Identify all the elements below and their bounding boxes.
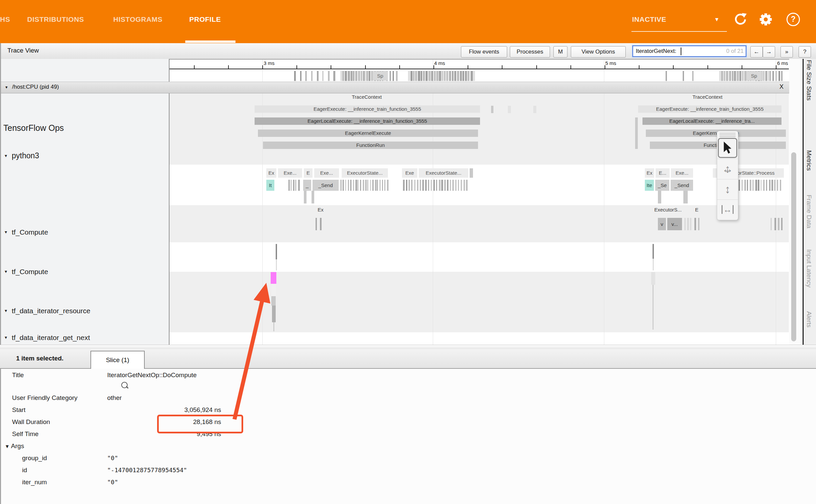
trace-tick-mark	[291, 180, 291, 191]
arg-value-id: "-1470012875778954554"	[107, 467, 187, 474]
trace-event[interactable]: v...	[667, 218, 682, 230]
track-label-tf-compute[interactable]: ▾tf_Compute	[5, 268, 48, 276]
trace-event[interactable]: Sp	[746, 71, 762, 80]
trace-event[interactable]: Exe...	[278, 168, 302, 178]
trace-tick-mark	[420, 180, 421, 191]
track-label-tf-compute[interactable]: ▾tf_Compute	[5, 228, 48, 236]
trace-event[interactable]	[272, 306, 276, 322]
track-label-tf-data-iterator-resource[interactable]: ▾tf_data_iterator_resource	[5, 307, 90, 315]
trace-tick-mark	[769, 71, 771, 81]
trace-event[interactable]	[470, 168, 473, 178]
trace-event[interactable]	[683, 191, 688, 203]
trace-event[interactable]: _Send	[671, 180, 693, 191]
trace-event[interactable]	[271, 284, 276, 296]
axis-tick	[502, 65, 502, 69]
tool-palette: ↔ ↕ ↕ ↔	[717, 131, 738, 220]
collapse-triangle-icon[interactable]: ▾	[5, 269, 7, 274]
trace-event[interactable]: E...	[656, 168, 670, 178]
trace-tick-mark	[755, 180, 757, 191]
trace-tick-mark	[385, 180, 386, 191]
trace-tick-mark	[425, 180, 427, 191]
trace-tick-mark	[348, 71, 350, 81]
trace-event[interactable]	[651, 272, 655, 285]
track-label-python3[interactable]: ▾python3	[5, 151, 39, 160]
panel-divider[interactable]	[0, 345, 816, 349]
trace-event[interactable]	[304, 191, 307, 203]
trace-event[interactable]: Ite	[645, 180, 654, 191]
trace-event[interactable]	[312, 191, 314, 203]
trace-tick-mark	[769, 180, 771, 191]
trace-tick-mark	[447, 71, 448, 81]
zoom-tool-button[interactable]: ↕	[717, 179, 738, 199]
trace-event[interactable]: Exe...	[671, 168, 693, 178]
trace-tick-mark	[781, 71, 783, 81]
sidebar-tab-file-size-stats[interactable]: File Size Stats	[805, 60, 813, 100]
trace-event[interactable]	[653, 259, 654, 270]
trace-event[interactable]: _	[303, 180, 311, 191]
timing-tool-button[interactable]: ↔	[717, 199, 738, 220]
trace-event[interactable]	[635, 117, 638, 149]
trace-tick-mark	[422, 180, 424, 191]
trace-event[interactable]: E	[304, 168, 313, 178]
trace-event[interactable]	[653, 285, 654, 330]
close-device-button[interactable]: X	[777, 83, 786, 90]
trace-event[interactable]	[658, 191, 661, 203]
trace-event[interactable]: Ex	[645, 168, 654, 178]
track-label-tf-data-iterator-get-next[interactable]: ▾tf_data_iterator_get_next	[5, 334, 90, 342]
collapse-triangle-icon[interactable]: ▾	[5, 335, 7, 340]
trace-event[interactable]: EagerKernelExecute	[258, 130, 478, 137]
trace-event[interactable]: EagerLocalExecute: __inference_tra...	[642, 117, 781, 125]
trace-event[interactable]	[533, 106, 536, 113]
trace-event[interactable]: _Se	[655, 180, 669, 191]
arg-label: group_id	[22, 454, 47, 462]
trace-event[interactable]: v	[658, 218, 666, 230]
collapse-triangle-icon[interactable]: ▾	[5, 85, 8, 90]
trace-event[interactable]	[271, 272, 276, 284]
device-header[interactable]: ▾ /host:CPU (pid 49) X	[0, 82, 789, 93]
trace-event[interactable]: _Send	[313, 180, 339, 191]
trace-tick-mark	[414, 180, 415, 191]
trace-tick-mark	[778, 218, 779, 230]
trace-tick-mark	[428, 180, 429, 191]
trace-event[interactable]	[273, 322, 274, 331]
trace-event[interactable]	[271, 296, 276, 306]
args-section[interactable]: ▼Args	[5, 442, 24, 450]
magnifier-icon[interactable]	[121, 382, 128, 388]
trace-event[interactable]: ExecutorState...	[419, 168, 468, 178]
trace-event[interactable]	[508, 106, 511, 113]
trace-event[interactable]	[653, 244, 654, 259]
trace-event[interactable]: Exe...	[314, 168, 339, 178]
trace-event[interactable]: It	[266, 180, 274, 191]
trace-event[interactable]	[276, 244, 277, 259]
trace-tick-mark	[456, 180, 456, 191]
trace-event[interactable]: Sp	[372, 71, 388, 80]
collapse-triangle-icon[interactable]: ▾	[5, 229, 7, 235]
scrollbar-thumb[interactable]	[791, 152, 796, 341]
trace-event[interactable]	[491, 106, 493, 113]
trace-event[interactable]	[276, 259, 277, 270]
trace-event[interactable]: Ex	[266, 168, 276, 178]
slice-tab[interactable]: Slice (1)	[90, 351, 145, 369]
trace-event[interactable]: Exe	[402, 168, 417, 178]
trace-tick-mark	[775, 71, 777, 81]
trace-tick-mark	[450, 180, 451, 191]
trace-event[interactable]: FunctionRun	[263, 142, 478, 149]
pan-tool-button[interactable]: ↔ ↕	[717, 159, 738, 179]
sidebar-tab-metrics[interactable]: Metrics	[805, 150, 813, 171]
trace-event[interactable]: ExecutorState...	[342, 168, 388, 178]
trace-tick-mark	[294, 71, 296, 81]
collapse-triangle-icon[interactable]: ▾	[5, 153, 7, 158]
trace-tick-mark	[464, 180, 465, 191]
trace-event[interactable]: EagerExecute: __inference_train_function…	[638, 105, 781, 113]
drag-handle-icon[interactable]	[720, 133, 736, 137]
trace-event[interactable]: EagerKernelExecute	[646, 130, 786, 137]
trace-tick-mark	[666, 71, 667, 81]
sidebar-tab-alerts[interactable]: Alerts	[805, 311, 813, 328]
sidebar-tab-input-latency[interactable]: Input Latency	[805, 249, 813, 287]
trace-event[interactable]: EagerLocalExecute: __inference_train_fun…	[255, 117, 480, 125]
sidebar-tab-frame-data[interactable]: Frame Data	[805, 195, 813, 228]
select-tool-button[interactable]	[718, 138, 737, 158]
trace-tick-mark	[426, 71, 427, 81]
collapse-triangle-icon[interactable]: ▾	[5, 308, 7, 313]
trace-event[interactable]: EagerExecute: __inference_train_function…	[255, 105, 480, 113]
